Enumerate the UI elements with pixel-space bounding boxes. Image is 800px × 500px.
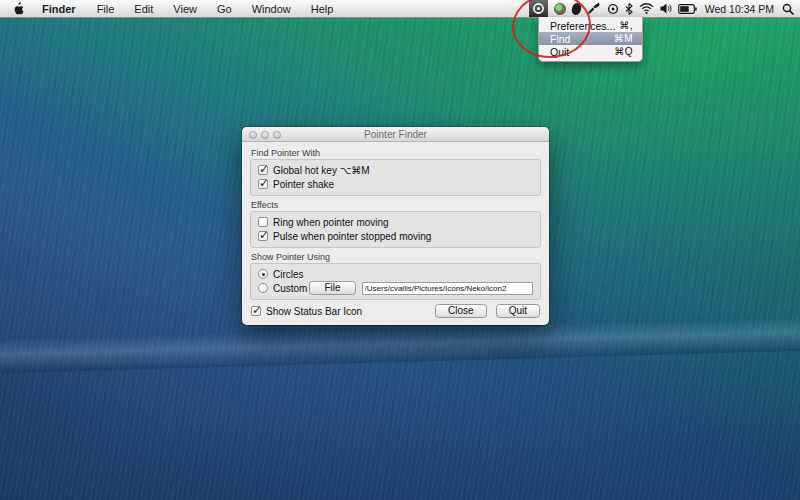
menu-help[interactable]: Help [301,0,344,17]
find-pointer-group-label: Find Pointer With [251,148,549,158]
menu-item-label: Find [550,33,570,45]
show-pointer-group-label: Show Pointer Using [251,252,549,262]
spotlight-status-icon[interactable] [782,0,794,17]
find-pointer-group: Global hot key ⌥⌘M Pointer shake [250,159,541,196]
menu-item-preferences[interactable]: Preferences... ⌘, [539,19,642,32]
menu-item-shortcut: ⌘M [614,33,633,44]
circles-label: Circles [273,269,304,280]
dark-app-status-icon[interactable] [572,0,581,17]
global-hotkey-checkbox[interactable] [258,165,268,175]
menu-item-label: Quit [550,46,569,58]
zoom-window-button[interactable] [273,131,281,139]
bluetooth-status-icon[interactable] [625,0,633,17]
pointer-shake-row: Pointer shake [258,177,533,191]
wifi-status-icon[interactable] [639,0,654,17]
wifi-icon [639,3,654,14]
menu-finder[interactable]: Finder [31,0,87,17]
effects-group: Ring when pointer moving Pulse when poin… [250,211,541,248]
close-window-button[interactable] [249,131,257,139]
window-titlebar[interactable]: Pointer Finder [242,127,549,142]
ring-moving-label: Ring when pointer moving [273,217,389,228]
pointer-shake-label: Pointer shake [273,179,334,190]
search-icon [782,3,794,15]
global-hotkey-row: Global hot key ⌥⌘M [258,163,533,177]
window-bottom-row: Show Status Bar Icon Close Quit [251,304,540,318]
pointer-finder-window: Pointer Finder Find Pointer With Global … [242,127,549,325]
menu-item-label: Preferences... [550,20,615,32]
pointer-shake-checkbox[interactable] [258,179,268,189]
battery-status-icon[interactable] [678,0,697,17]
menu-go[interactable]: Go [207,0,242,17]
menu-edit[interactable]: Edit [124,0,163,17]
menu-bar: Finder File Edit View Go Window Help [0,0,800,18]
custom-label: Custom [273,283,307,294]
circles-option-row: Circles [258,267,533,281]
global-hotkey-label: Global hot key ⌥⌘M [273,165,370,176]
pulse-stopped-checkbox[interactable] [258,231,268,241]
target-status-icon[interactable] [607,0,619,17]
volume-icon [660,3,672,14]
color-app-status-icon[interactable] [554,0,566,17]
target-icon [607,3,619,15]
menu-item-shortcut: ⌘Q [614,46,633,57]
flashlight-status-icon[interactable] [587,0,601,17]
show-status-bar-checkbox[interactable] [251,306,261,316]
ring-moving-row: Ring when pointer moving [258,215,533,229]
pointer-finder-status-icon[interactable] [529,0,548,17]
quit-button[interactable]: Quit [496,304,540,318]
menu-item-find[interactable]: Find ⌘M [539,32,642,45]
apple-menu[interactable] [9,0,31,17]
ring-moving-checkbox[interactable] [258,217,268,227]
menu-bar-clock[interactable]: Wed 10:34 PM [703,3,776,15]
dark-app-icon [570,1,582,15]
menu-view[interactable]: View [163,0,207,17]
color-app-icon [554,3,566,15]
menu-item-quit[interactable]: Quit ⌘Q [539,45,642,58]
effects-group-label: Effects [251,200,549,210]
apple-icon [14,2,25,15]
custom-radio[interactable] [258,283,268,293]
bluetooth-icon [625,3,633,15]
status-menu-dropdown: Preferences... ⌘, Find ⌘M Quit ⌘Q [538,17,643,62]
minimize-window-button[interactable] [261,131,269,139]
show-pointer-group: Circles Custom File [250,263,541,300]
target-ring-icon [532,2,545,15]
custom-path-input[interactable] [362,282,533,295]
menu-item-shortcut: ⌘, [619,20,633,31]
menu-file[interactable]: File [87,0,125,17]
window-title: Pointer Finder [364,129,427,140]
flashlight-icon [587,2,601,15]
circles-radio[interactable] [258,269,268,279]
show-status-bar-label: Show Status Bar Icon [266,306,362,317]
menu-window[interactable]: Window [242,0,301,17]
battery-icon [678,4,697,14]
custom-option-row: Custom File [258,281,533,295]
volume-status-icon[interactable] [660,0,672,17]
close-button[interactable]: Close [435,304,487,318]
pulse-stopped-label: Pulse when pointer stopped moving [273,231,431,242]
pulse-stopped-row: Pulse when pointer stopped moving [258,229,533,243]
file-button[interactable]: File [309,281,355,295]
